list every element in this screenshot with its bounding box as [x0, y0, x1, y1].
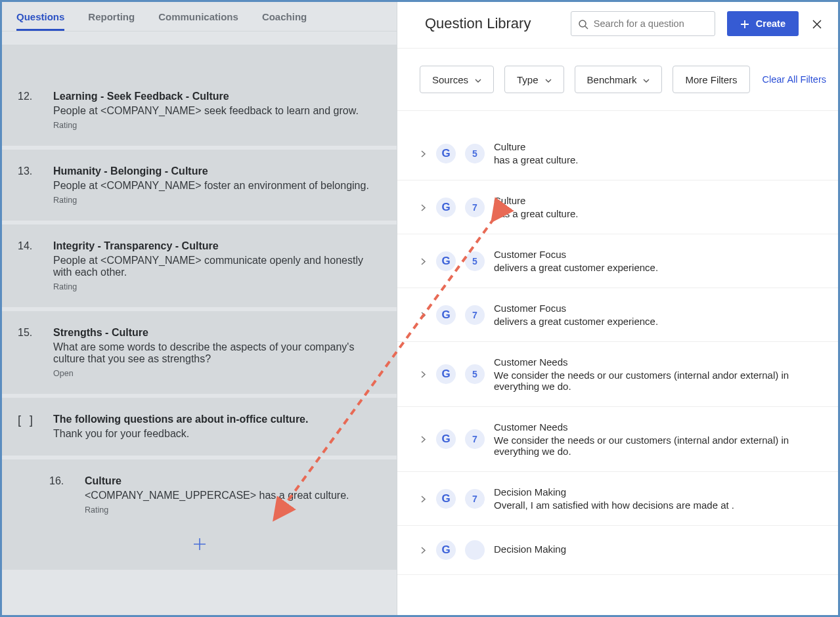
library-item[interactable]: G 5 Culture has a great culture.: [397, 127, 838, 181]
library-panel: Question Library Create Sources: [397, 2, 838, 615]
library-item[interactable]: G 7 Decision Making Overall, I am satisf…: [397, 472, 838, 526]
chevron-down-icon: [475, 74, 481, 85]
chevron-down-icon: [545, 74, 552, 85]
tab-reporting[interactable]: Reporting: [88, 11, 135, 31]
library-item-category: Decision Making: [494, 543, 816, 555]
count-badge: 7: [465, 429, 485, 449]
clear-filters-link[interactable]: Clear All Filters: [763, 74, 827, 85]
question-title: Humanity - Belonging - Culture: [53, 165, 381, 177]
question-row[interactable]: 15. Strengths - Culture What are some wo…: [2, 311, 397, 394]
filter-benchmark[interactable]: Benchmark: [575, 66, 663, 93]
source-badge: G: [436, 364, 456, 384]
source-badge: G: [436, 251, 456, 271]
chevron-right-icon: [420, 202, 427, 213]
question-type: Open: [53, 369, 381, 378]
library-item-category: Customer Focus: [494, 303, 816, 314]
library-list[interactable]: G 5 Culture has a great culture. G 7 Cul…: [397, 110, 838, 615]
chevron-right-icon: [420, 255, 427, 267]
question-number: 15.: [18, 327, 37, 378]
library-item-category: Customer Needs: [494, 421, 816, 433]
library-item-desc: We consider the needs or our customers (…: [494, 370, 816, 392]
count-badge: 5: [465, 251, 485, 271]
library-item-desc: has a great culture.: [494, 208, 816, 219]
tab-coaching[interactable]: Coaching: [262, 11, 307, 31]
questions-panel: Questions Reporting Communications Coach…: [2, 2, 397, 615]
filter-label: More Filters: [685, 74, 737, 85]
filter-label: Type: [517, 74, 539, 85]
count-badge: 5: [465, 144, 485, 163]
svg-point-0: [579, 20, 586, 27]
tab-questions[interactable]: Questions: [16, 11, 64, 31]
create-button-label: Create: [756, 18, 785, 29]
library-item[interactable]: G 7 Customer Needs We consider the needs…: [397, 407, 838, 472]
create-button[interactable]: Create: [727, 11, 799, 36]
library-item[interactable]: G 7 Customer Focus delivers a great cust…: [397, 288, 838, 342]
chevron-right-icon: [420, 368, 427, 380]
filter-label: Sources: [432, 74, 468, 85]
question-row[interactable]: 14. Integrity - Transparency - Culture P…: [2, 224, 397, 307]
chevron-right-icon: [420, 433, 427, 445]
library-item[interactable]: G Decision Making: [397, 526, 838, 575]
filter-bar: Sources Type Benchmark More Filters Clea…: [397, 49, 838, 110]
plus-icon: [740, 18, 749, 29]
question-type: Rating: [53, 121, 381, 130]
filter-type[interactable]: Type: [504, 66, 564, 93]
question-title: Strengths - Culture: [53, 327, 381, 339]
question-desc: <COMPANY_NAME_UPPERCASE> has a great cul…: [85, 490, 381, 501]
library-item-desc: We consider the needs or our customers (…: [494, 435, 816, 457]
search-icon: [578, 18, 588, 30]
library-item-desc: Overall, I am satisfied with how decisio…: [494, 500, 816, 511]
search-input-wrap[interactable]: [571, 11, 715, 36]
chevron-right-icon: [420, 148, 427, 160]
plus-icon: [192, 537, 207, 551]
question-row[interactable]: 12. Learning - Seek Feedback - Culture P…: [2, 75, 397, 146]
source-badge: G: [436, 144, 456, 163]
filter-sources[interactable]: Sources: [420, 66, 494, 93]
section-row[interactable]: [ ] The following questions are about in…: [2, 398, 397, 456]
source-badge: G: [436, 429, 456, 449]
question-row[interactable]: 13. Humanity - Belonging - Culture Peopl…: [2, 150, 397, 221]
library-title: Question Library: [425, 15, 531, 32]
question-type: Rating: [85, 505, 381, 515]
add-question-row[interactable]: [2, 530, 397, 570]
library-item[interactable]: G 7 Culture has a great culture.: [397, 181, 838, 234]
close-icon[interactable]: [810, 12, 824, 35]
source-badge: G: [436, 305, 456, 325]
count-badge: 7: [465, 305, 485, 325]
tab-communications[interactable]: Communications: [158, 11, 238, 31]
library-item-desc: has a great culture.: [494, 154, 816, 165]
section-marker: [ ]: [18, 414, 37, 440]
question-desc: People at <COMPANY_NAME> foster an envir…: [53, 180, 381, 192]
source-badge: G: [436, 540, 456, 560]
question-title: Culture: [85, 475, 381, 487]
library-item[interactable]: G 5 Customer Needs We consider the needs…: [397, 342, 838, 407]
source-badge: G: [436, 198, 456, 217]
chevron-right-icon: [420, 309, 427, 321]
library-item-desc: delivers a great customer experience.: [494, 262, 816, 273]
question-type: Rating: [53, 282, 381, 291]
section-subtext: Thank you for your feedback.: [53, 428, 308, 440]
library-item[interactable]: G 5 Customer Focus delivers a great cust…: [397, 234, 838, 288]
library-item-category: Culture: [494, 195, 816, 206]
library-item-category: Customer Needs: [494, 356, 816, 368]
count-badge: 7: [465, 489, 485, 509]
filter-more[interactable]: More Filters: [673, 66, 749, 93]
question-number: 14.: [18, 240, 37, 291]
section-title: The following questions are about in-off…: [53, 414, 308, 425]
question-number: 16.: [49, 475, 69, 515]
count-badge: [465, 540, 485, 560]
question-desc: What are some words to describe the aspe…: [53, 341, 381, 365]
questions-list[interactable]: 12. Learning - Seek Feedback - Culture P…: [2, 32, 397, 615]
chevron-right-icon: [420, 493, 427, 505]
search-input[interactable]: [594, 18, 708, 29]
question-type: Rating: [53, 196, 381, 205]
chevron-down-icon: [643, 74, 650, 85]
question-number: 13.: [18, 165, 37, 205]
question-title: Learning - Seek Feedback - Culture: [53, 91, 381, 102]
library-item-category: Decision Making: [494, 486, 816, 498]
library-item-category: Customer Focus: [494, 249, 816, 260]
library-item-category: Culture: [494, 141, 816, 152]
source-badge: G: [436, 489, 456, 509]
question-row[interactable]: 16. Culture <COMPANY_NAME_UPPERCASE> has…: [2, 459, 397, 530]
count-badge: 7: [465, 198, 485, 217]
